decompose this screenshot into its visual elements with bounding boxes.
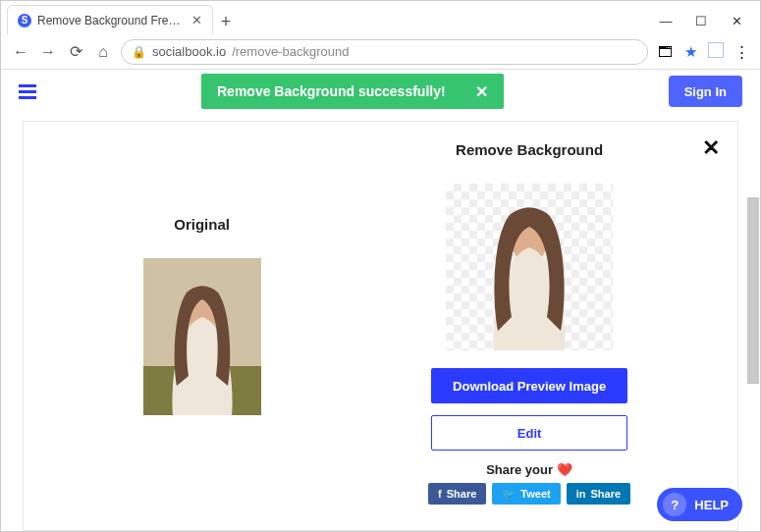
browser-titlebar: S Remove Background Free | Soc ✕ + — ☐ ✕ bbox=[1, 1, 760, 34]
twitter-label: Tweet bbox=[520, 488, 550, 500]
content-area: ✕ Original Remove Background bbox=[1, 113, 760, 531]
edit-button[interactable]: Edit bbox=[431, 415, 627, 451]
scrollbar-thumb[interactable] bbox=[747, 197, 759, 384]
original-column: Original bbox=[53, 141, 351, 530]
new-tab-button[interactable]: + bbox=[213, 9, 239, 34]
toast-message: Remove Background successfully! bbox=[217, 83, 446, 99]
sign-in-button[interactable]: Sign In bbox=[669, 76, 742, 107]
help-icon: ? bbox=[663, 493, 686, 516]
close-panel-icon[interactable]: ✕ bbox=[702, 135, 720, 161]
twitter-tweet-button[interactable]: 🐦Tweet bbox=[492, 483, 560, 505]
twitter-icon: 🐦 bbox=[502, 488, 516, 501]
url-path: /remove-background bbox=[232, 44, 349, 59]
facebook-share-button[interactable]: fShare bbox=[428, 483, 486, 505]
toast-close-icon[interactable]: ✕ bbox=[475, 82, 488, 101]
result-image bbox=[446, 184, 613, 350]
linkedin-icon: in bbox=[576, 488, 586, 500]
window-controls: — ☐ ✕ bbox=[648, 14, 760, 34]
reload-icon[interactable]: ⟳ bbox=[66, 42, 85, 61]
download-preview-button[interactable]: Download Preview Image bbox=[431, 368, 627, 403]
page-header: Remove Background successfully! ✕ Sign I… bbox=[1, 70, 760, 113]
share-text: Share your bbox=[486, 462, 553, 477]
original-label: Original bbox=[174, 216, 230, 233]
result-label: Remove Background bbox=[456, 141, 603, 158]
address-bar[interactable]: 🔒 socialbook.io/remove-background bbox=[121, 39, 648, 65]
translate-icon[interactable]: 🗔 bbox=[656, 43, 674, 60]
browser-toolbar: ← → ⟳ ⌂ 🔒 socialbook.io/remove-backgroun… bbox=[1, 34, 760, 70]
forward-icon[interactable]: → bbox=[38, 43, 58, 61]
heart-icon: ❤️ bbox=[557, 462, 572, 477]
linkedin-label: Share bbox=[591, 488, 622, 500]
site-favicon: S bbox=[18, 14, 31, 27]
minimize-icon[interactable]: — bbox=[648, 14, 683, 28]
close-window-icon[interactable]: ✕ bbox=[719, 14, 754, 28]
bookmark-star-icon[interactable]: ★ bbox=[681, 43, 699, 61]
kebab-menu-icon[interactable]: ⋮ bbox=[733, 43, 750, 61]
lock-icon: 🔒 bbox=[132, 45, 146, 59]
back-icon[interactable]: ← bbox=[11, 43, 30, 61]
result-column: Remove Background Download Preview Image… bbox=[351, 141, 708, 530]
linkedin-share-button[interactable]: inShare bbox=[567, 483, 630, 505]
success-toast: Remove Background successfully! ✕ bbox=[201, 74, 504, 109]
help-button[interactable]: ? HELP bbox=[657, 488, 742, 521]
result-panel: ✕ Original Remove Background bbox=[23, 121, 738, 531]
maximize-icon[interactable]: ☐ bbox=[683, 14, 719, 28]
facebook-label: Share bbox=[447, 488, 477, 500]
share-prompt: Share your ❤️ bbox=[486, 462, 572, 477]
url-host: socialbook.io bbox=[152, 44, 226, 59]
help-label: HELP bbox=[694, 498, 729, 512]
extension-icon[interactable] bbox=[707, 42, 725, 61]
home-icon[interactable]: ⌂ bbox=[93, 43, 113, 61]
browser-tab[interactable]: S Remove Background Free | Soc ✕ bbox=[7, 5, 213, 34]
hamburger-menu-icon[interactable] bbox=[19, 84, 36, 99]
tab-title: Remove Background Free | Soc bbox=[37, 14, 186, 27]
original-image bbox=[143, 258, 261, 415]
close-tab-icon[interactable]: ✕ bbox=[191, 13, 202, 27]
facebook-icon: f bbox=[438, 488, 442, 500]
social-row: fShare 🐦Tweet inShare bbox=[428, 483, 630, 505]
